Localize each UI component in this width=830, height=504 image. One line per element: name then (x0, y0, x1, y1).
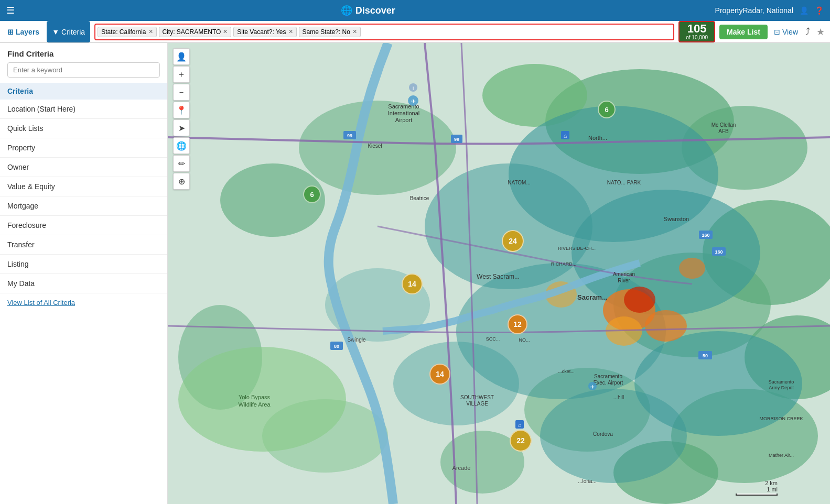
star-button[interactable]: ★ (813, 24, 828, 40)
sidebar-item-property[interactable]: Property (0, 138, 167, 158)
result-count-box: 105 of 10,000 (678, 21, 715, 42)
filter-state-close[interactable]: ✕ (148, 28, 153, 35)
scale-bar: 2 km1 mi (736, 480, 778, 496)
map-tools: 👤 ＋ － 📍 ➤ 🌐 ✏ ⊕ (173, 48, 190, 190)
sidebar-item-transfer[interactable]: Transfer (0, 235, 167, 255)
user-icon[interactable]: 👤 (800, 6, 809, 15)
svg-text:160: 160 (702, 233, 709, 238)
view-all-criteria-link[interactable]: View List of All Criteria (0, 293, 167, 312)
criteria-label: Criteria (61, 28, 85, 36)
find-criteria-header: Find Criteria (0, 43, 167, 62)
filter-tags-container: State: California ✕ City: SACRAMENTO ✕ S… (94, 24, 674, 40)
filter-tag-city: City: SACRAMENTO ✕ (159, 27, 232, 37)
svg-text:RIVERSIDE-CH...: RIVERSIDE-CH... (558, 246, 596, 251)
svg-text:...hill: ...hill (613, 395, 624, 400)
app-title: 🌐 Discover (21, 5, 715, 16)
svg-text:NO...: NO... (519, 337, 530, 343)
svg-text:Mather Air...: Mather Air... (769, 453, 794, 458)
map-tool-person[interactable]: 👤 (173, 48, 190, 65)
svg-point-21 (540, 389, 687, 483)
sidebar-item-quicklists[interactable]: Quick Lists (0, 119, 167, 138)
cluster-24[interactable]: 24 (502, 230, 524, 252)
sidebar-item-criteria[interactable]: Criteria (0, 83, 167, 100)
svg-text:Cordova: Cordova (593, 431, 613, 437)
sidebar-item-location[interactable]: Location (Start Here) (0, 100, 167, 119)
view-button[interactable]: ⊡ View (770, 26, 802, 38)
svg-text:...loria...: ...loria... (578, 478, 597, 484)
result-of: of 10,000 (684, 35, 710, 40)
sidebar-item-mortgage[interactable]: Mortgage (0, 196, 167, 216)
filter-city-label: City: SACRAMENTO (163, 28, 221, 36)
help-icon[interactable]: ❓ (815, 6, 824, 15)
layers-button[interactable]: ⊞ Layers (2, 21, 45, 42)
svg-text:✈: ✈ (590, 384, 595, 390)
map-tool-navigate[interactable]: ➤ (173, 119, 190, 136)
map-tool-select[interactable]: ⊕ (173, 173, 190, 190)
view-icon: ⊡ (774, 28, 780, 36)
menu-icon[interactable]: ☰ (0, 0, 21, 21)
cluster-14-south[interactable]: 14 (429, 364, 450, 385)
map-tool-pin[interactable]: 📍 (173, 102, 190, 118)
scale-label: 2 km1 mi (765, 480, 778, 492)
svg-point-22 (393, 342, 519, 425)
svg-text:NATOM...: NATOM... (508, 180, 531, 185)
svg-text:International: International (388, 110, 420, 116)
filter-samestate-close[interactable]: ✕ (352, 28, 357, 35)
filter-icon: ▼ (52, 28, 59, 36)
svg-text:Beatrice: Beatrice (410, 195, 429, 201)
svg-point-28 (679, 258, 705, 279)
svg-text:Wildlife Area: Wildlife Area (238, 401, 271, 408)
svg-point-25 (624, 287, 655, 313)
svg-text:Mc Clellan: Mc Clellan (712, 122, 736, 128)
map-tool-zoom-in[interactable]: ＋ (173, 66, 190, 83)
map-tool-globe[interactable]: 🌐 (173, 137, 190, 154)
filter-state-label: State: California (101, 28, 146, 36)
result-count: 105 (684, 23, 710, 35)
svg-text:Sacramento: Sacramento (769, 379, 794, 385)
sidebar-item-value[interactable]: Value & Equity (0, 177, 167, 196)
svg-text:✈: ✈ (411, 98, 416, 104)
svg-text:Sacramento: Sacramento (594, 374, 622, 379)
svg-text:Army Depot: Army Depot (769, 385, 794, 390)
filter-tag-state: State: California ✕ (98, 27, 156, 37)
scale-bar-line (736, 494, 778, 496)
cluster-6-west[interactable]: 6 (303, 185, 321, 203)
svg-text:160: 160 (715, 249, 723, 255)
svg-text:SCC...: SCC... (486, 336, 500, 342)
filter-vacant-close[interactable]: ✕ (288, 28, 293, 35)
svg-text:Exec. Airport: Exec. Airport (594, 380, 623, 386)
filter-city-close[interactable]: ✕ (223, 28, 228, 35)
svg-text:West Sacram...: West Sacram... (477, 273, 520, 280)
cluster-6-north[interactable]: 6 (598, 101, 616, 118)
svg-text:Airport: Airport (395, 117, 412, 123)
cluster-14-north[interactable]: 14 (402, 273, 423, 294)
map-area[interactable]: 99 99 160 160 50 80 Yolo Bypass Wildlife… (168, 43, 830, 504)
make-list-button[interactable]: Make List (719, 25, 768, 39)
svg-text:50: 50 (703, 353, 708, 358)
svg-text:⌂: ⌂ (564, 133, 567, 139)
svg-text:80: 80 (334, 344, 339, 349)
toolbar: ⊞ Layers ▼ Criteria State: California ✕ … (0, 21, 830, 43)
criteria-button[interactable]: ▼ Criteria (47, 21, 90, 42)
svg-text:Sacram...: Sacram... (577, 293, 608, 301)
cluster-12[interactable]: 12 (508, 314, 527, 334)
svg-text:⌂: ⌂ (518, 422, 522, 428)
header-right: PropertyRadar, National 👤 ❓ (715, 6, 830, 15)
svg-text:i: i (413, 85, 414, 91)
map-tool-zoom-out[interactable]: － (173, 84, 190, 101)
svg-text:Yolo Bypass: Yolo Bypass (239, 394, 271, 400)
svg-point-26 (645, 310, 687, 342)
map-tool-edit[interactable]: ✏ (173, 155, 190, 172)
filter-tag-samestate: Same State?: No ✕ (299, 27, 361, 37)
sidebar-item-foreclosure[interactable]: Foreclosure (0, 216, 167, 235)
share-button[interactable]: ⤴ (802, 24, 813, 39)
svg-text:VILLAGE: VILLAGE (466, 401, 488, 407)
svg-text:AFB: AFB (718, 128, 729, 134)
keyword-input[interactable] (7, 62, 160, 78)
sidebar-item-owner[interactable]: Owner (0, 158, 167, 177)
app-header: ☰ 🌐 Discover PropertyRadar, National 👤 ❓ (0, 0, 830, 21)
svg-text:Kiesel: Kiesel (368, 143, 382, 149)
sidebar-item-mydata[interactable]: My Data (0, 274, 167, 293)
sidebar-item-listing[interactable]: Listing (0, 255, 167, 274)
cluster-22[interactable]: 22 (510, 430, 532, 452)
